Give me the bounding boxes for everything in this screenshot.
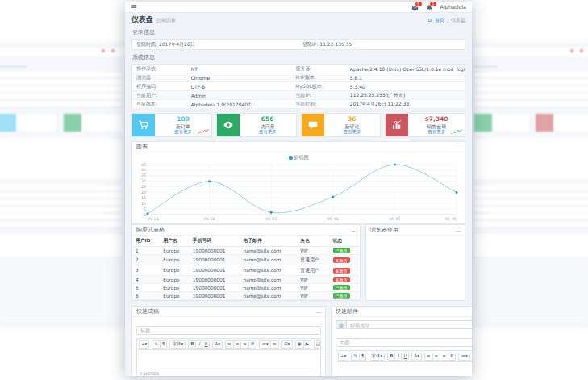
stat-card-body: 36新评论查看更多 bbox=[324, 114, 381, 136]
video-button[interactable]: ▶ bbox=[303, 340, 311, 349]
axis-tick-label: 10 bbox=[141, 202, 146, 206]
user-menu[interactable]: Alphadeia bbox=[440, 4, 466, 10]
draft-title-input[interactable] bbox=[136, 326, 321, 335]
chart-legend[interactable]: 折线图 bbox=[136, 154, 461, 161]
toolbar-group: ≡≡≡≣ bbox=[424, 353, 456, 361]
table-cell: 19000000001 bbox=[190, 255, 240, 265]
draft-panel-title: 快速成稿 bbox=[136, 307, 159, 315]
list-ul-button[interactable]: ≕ bbox=[469, 353, 472, 361]
table-cell: 已激活 bbox=[330, 284, 360, 292]
toolbar-group: A▾ bbox=[212, 340, 223, 349]
list-ul-button[interactable]: ≕ bbox=[270, 340, 280, 349]
axis-tick-label: 06-01 bbox=[148, 217, 159, 221]
ghost-chart bbox=[473, 137, 588, 181]
system-info-value: UTF-8 bbox=[187, 84, 291, 90]
color-button[interactable]: A▾ bbox=[212, 340, 223, 349]
system-info-value: Admin bbox=[187, 93, 291, 98]
stat-number: 656 bbox=[261, 115, 274, 123]
table-button[interactable]: ⊞▾ bbox=[281, 340, 292, 349]
magic-button[interactable]: +▾ bbox=[338, 353, 348, 361]
background-window-right bbox=[469, 47, 588, 323]
underline-button[interactable]: U bbox=[401, 353, 409, 361]
list-ol-button[interactable]: ≔▾ bbox=[458, 353, 469, 361]
data-point[interactable] bbox=[456, 191, 458, 194]
data-point[interactable] bbox=[270, 211, 273, 214]
axis-tick-label: 06-03 bbox=[265, 217, 277, 221]
page-content: 仪表盘 控制面板 首页 / 仪表盘 登录信息 登陆时间: 2017年4月26日 … bbox=[125, 13, 472, 376]
table-cell: Europe bbox=[160, 247, 190, 255]
view-more-link[interactable]: 查看更多 bbox=[259, 129, 277, 135]
users-header-row: 用户ID用户名手机号码电子邮件角色状态 bbox=[132, 236, 360, 247]
data-point[interactable] bbox=[394, 164, 396, 166]
ghost-stat-icon bbox=[64, 114, 81, 132]
mail-address-group bbox=[336, 320, 472, 329]
home-icon bbox=[428, 17, 432, 23]
ghost-line bbox=[0, 65, 27, 68]
view-more-link[interactable]: 查看更多 bbox=[343, 129, 361, 135]
align-justify-button[interactable]: ≣ bbox=[448, 353, 457, 361]
color-button[interactable]: A▾ bbox=[411, 353, 422, 361]
menu-toggle-icon[interactable] bbox=[131, 3, 137, 10]
data-point[interactable] bbox=[332, 195, 334, 198]
stat-card-body: 656访问量查看更多 bbox=[240, 114, 296, 136]
style-button[interactable]: 字体▾ bbox=[169, 340, 186, 349]
ghost-stat-icon bbox=[0, 114, 16, 132]
draft-editor-area[interactable] bbox=[136, 349, 321, 370]
toolbar-group: BIU bbox=[188, 340, 210, 349]
table-cell: 19000000001 bbox=[190, 265, 240, 276]
cart-icon bbox=[132, 114, 155, 136]
notifications-bell-icon[interactable]: 5 bbox=[426, 3, 434, 11]
mail-panel-title: 快速邮件 bbox=[336, 307, 358, 315]
collapse-icon[interactable] bbox=[316, 309, 321, 315]
login-time: 登陆时间: 2017年4月26日 bbox=[132, 41, 298, 48]
mail-editor-area[interactable] bbox=[336, 361, 472, 376]
system-info-value: Chrome bbox=[187, 75, 291, 81]
table-row: 1Europe19000000001name@site.comVIP已激活 bbox=[132, 247, 360, 255]
table-cell: VIP bbox=[297, 284, 329, 292]
users-column-header: 状态 bbox=[330, 236, 360, 247]
list-ol-button[interactable]: ≔▾ bbox=[259, 340, 270, 349]
system-info-row: 浏览器:ChromePHP版本:5.6.1 bbox=[132, 73, 465, 82]
underline-button[interactable]: U bbox=[202, 340, 210, 349]
stat-card: 36新评论查看更多 bbox=[301, 113, 382, 137]
system-info-value: Alphadeia 1.0(20170407) bbox=[187, 102, 291, 107]
middle-row: 响应式表格 用户ID用户名手机号码电子邮件角色状态 1Europe1900000… bbox=[131, 224, 465, 301]
chart-icon bbox=[386, 114, 408, 136]
fullscreen-button[interactable]: ◱ bbox=[314, 340, 321, 349]
data-point[interactable] bbox=[208, 180, 211, 182]
toolbar-group: ≔▾≕ bbox=[458, 353, 472, 361]
stat-label: 销售金额 bbox=[427, 123, 446, 130]
ghost-badge bbox=[111, 49, 115, 52]
page-subtitle: 控制面板 bbox=[156, 17, 176, 24]
system-info-table: 操作系统:NT服务器:Apache/2.4.10 (Unix) OpenSSL/… bbox=[131, 64, 465, 109]
magic-button[interactable]: +▾ bbox=[139, 340, 149, 349]
breadcrumb-home-link[interactable]: 首页 bbox=[435, 17, 444, 24]
style-button[interactable]: 字体▾ bbox=[369, 353, 385, 361]
login-ip: 登陆IP: 11.22.135.55 bbox=[298, 41, 465, 48]
legend-dot-icon bbox=[289, 156, 293, 160]
collapse-icon[interactable] bbox=[456, 228, 461, 233]
data-point[interactable] bbox=[147, 212, 149, 215]
messages-icon[interactable]: 5 bbox=[411, 3, 419, 11]
table-row: 5Europe19000000001name@site.comVIP已激活 bbox=[132, 284, 360, 292]
table-cell: Europe bbox=[160, 265, 190, 276]
align-justify-button[interactable]: ≣ bbox=[248, 340, 257, 349]
axis-tick-label: 15 bbox=[141, 196, 146, 200]
view-more-link[interactable]: 查看更多 bbox=[174, 129, 192, 135]
page-header: 仪表盘 控制面板 首页 / 仪表盘 bbox=[131, 15, 465, 25]
collapse-icon[interactable] bbox=[456, 144, 461, 150]
messages-badge: 5 bbox=[415, 2, 423, 7]
table-cell: name@site.com bbox=[240, 292, 298, 300]
mail-subject-input[interactable] bbox=[336, 338, 472, 347]
users-column-header: 角色 bbox=[297, 236, 329, 247]
collapse-icon[interactable] bbox=[351, 228, 356, 233]
mail-address-input[interactable] bbox=[346, 320, 472, 329]
view-more-link[interactable]: 查看更多 bbox=[427, 129, 445, 135]
eraser-button[interactable]: ¶ bbox=[160, 340, 168, 349]
ghost-line bbox=[473, 65, 498, 68]
system-info-label: 当前时间: bbox=[291, 101, 346, 108]
dashboard-window: 5 5 Alphadeia 仪表盘 控制面板 首页 / 仪表盘 bbox=[125, 2, 472, 376]
users-panel-title: 响应式表格 bbox=[136, 226, 165, 234]
eraser-button[interactable]: ¶ bbox=[359, 353, 367, 361]
toolbar-group: ⊞▾ bbox=[281, 340, 292, 349]
